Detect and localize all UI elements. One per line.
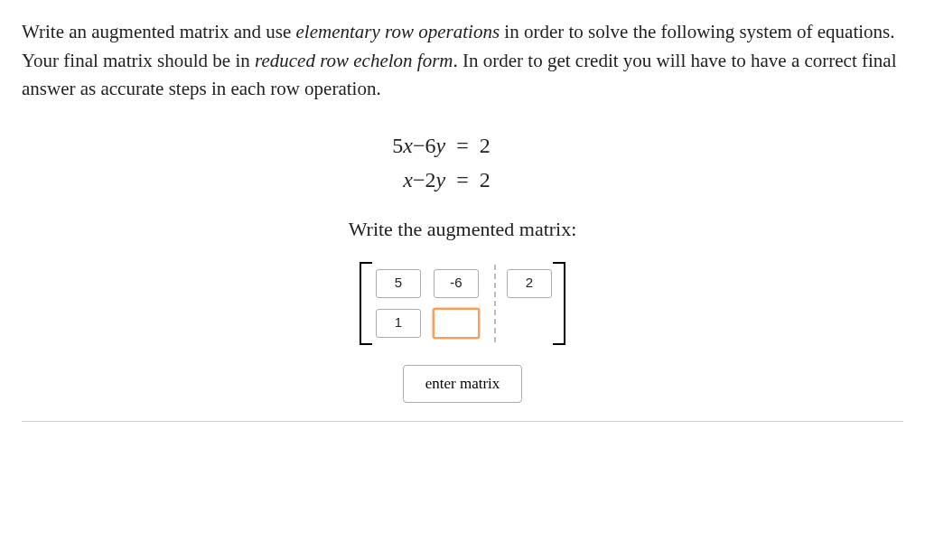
eq1-op: − [413,134,425,157]
divider-rule [22,421,903,422]
eq1-coeff-x: 5 [392,134,403,157]
matrix-cell-r1c1[interactable]: 5 [376,269,421,298]
eq2-var-y: y [436,168,446,191]
matrix-cell-r2c1[interactable]: 1 [376,309,421,338]
eq1-equals: = [451,129,474,162]
eq1-rhs: 2 [480,129,903,162]
instr-em1: elementary row operations [296,21,500,42]
problem-instructions: Write an augmented matrix and use elemen… [22,18,903,104]
eq1-var-y: y [436,134,446,157]
left-bracket [360,262,372,345]
instr-em2: reduced row echelon form [255,50,453,71]
eq2-op: − [413,168,425,191]
eq2-var-x: x [403,168,413,191]
matrix-cell-r2c2[interactable] [433,308,480,339]
eq2-equals: = [451,163,474,196]
eq1-coeff-y: 6 [425,134,436,157]
augmented-matrix: 5 -6 2 1 [350,257,575,350]
eq2-coeff-y: 2 [425,168,436,191]
equation-system: 5x−6y = 2 x−2y = 2 [22,129,903,196]
matrix-cell-r2c3[interactable] [507,309,552,338]
eq2-rhs: 2 [480,163,903,196]
enter-matrix-button[interactable]: enter matrix [403,365,523,403]
instr-part1: Write an augmented matrix and use [22,21,296,42]
equation-2: x−2y = 2 [22,163,903,196]
right-bracket [553,262,565,345]
sub-prompt: Write the augmented matrix: [22,214,903,244]
matrix-cell-r1c2[interactable]: -6 [434,269,479,298]
equation-1: 5x−6y = 2 [22,129,903,162]
eq1-var-x: x [403,134,413,157]
matrix-cell-r1c3[interactable]: 2 [507,269,552,298]
